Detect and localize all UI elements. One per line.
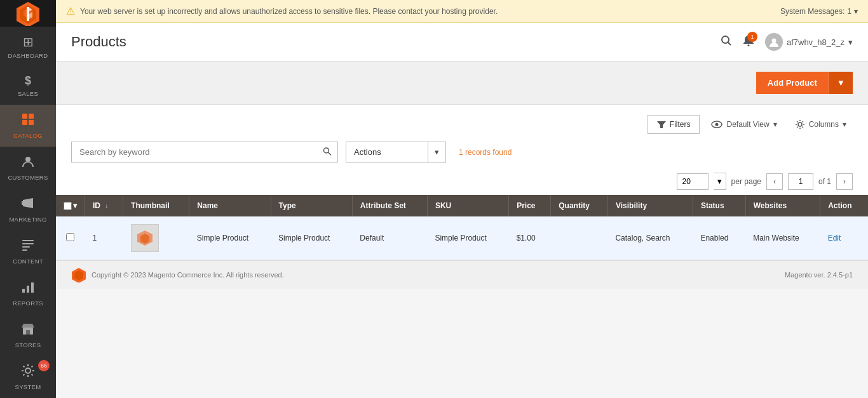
columns-button[interactable]: Columns ▾ xyxy=(789,115,853,134)
product-toolbar: Add Product ▼ xyxy=(56,62,868,105)
footer-version: Magento ver. 2.4.5-p1 xyxy=(785,271,853,279)
th-status-label: Status xyxy=(701,201,724,210)
sidebar-item-reports[interactable]: REPORTS xyxy=(0,272,56,314)
next-page-button[interactable]: › xyxy=(836,173,853,190)
th-quantity[interactable]: Quantity xyxy=(551,195,608,216)
user-menu[interactable]: af7whv_h8_2_z ▾ xyxy=(765,33,853,51)
th-id-label: ID xyxy=(93,201,100,210)
th-checkbox-dropdown[interactable]: ▾ xyxy=(73,201,77,210)
sidebar-item-customers[interactable]: CUSTOMERS xyxy=(0,147,56,189)
of-pages-label: of 1 xyxy=(818,177,831,186)
svg-point-23 xyxy=(722,36,729,43)
row-checkbox[interactable] xyxy=(66,233,74,241)
sidebar-item-system[interactable]: SYSTEM 66 xyxy=(0,356,56,398)
th-price-label: Price xyxy=(517,201,535,210)
actions-dropdown-button[interactable]: ▾ xyxy=(428,142,446,163)
sidebar-item-content[interactable]: CONTENT xyxy=(0,230,56,272)
add-product-dropdown-icon: ▼ xyxy=(837,78,845,88)
stores-icon xyxy=(21,322,35,339)
select-all-checkbox[interactable] xyxy=(64,202,72,210)
sidebar-logo xyxy=(0,0,56,27)
th-attribute-set[interactable]: Attribute Set xyxy=(352,195,427,216)
td-name: Simple Product xyxy=(189,216,271,260)
filters-label: Filters xyxy=(670,120,691,129)
user-menu-chevron: ▾ xyxy=(848,37,853,47)
actions-select[interactable]: Actions xyxy=(346,142,428,163)
records-found: 1 records found xyxy=(459,148,512,157)
svg-rect-6 xyxy=(22,114,27,119)
th-price[interactable]: Price xyxy=(509,195,551,216)
page-title: Products xyxy=(71,34,126,50)
edit-link[interactable]: Edit xyxy=(828,234,841,242)
notification-badge: 1 xyxy=(747,32,757,42)
default-view-button[interactable]: Default View ▾ xyxy=(705,116,783,133)
magento-logo-icon xyxy=(15,1,41,26)
warning-text: Your web server is set up incorrectly an… xyxy=(80,7,498,16)
th-visibility-label: Visibility xyxy=(616,201,647,210)
svg-rect-21 xyxy=(26,330,30,335)
th-type[interactable]: Type xyxy=(271,195,352,216)
th-type-label: Type xyxy=(279,201,296,210)
th-action-label: Action xyxy=(828,201,851,210)
search-submit-icon[interactable] xyxy=(323,147,332,157)
table-header: ▾ ID ↓ Thumbnail Name Type xyxy=(56,195,868,216)
svg-rect-16 xyxy=(22,249,27,251)
add-product-dropdown-button[interactable]: ▼ xyxy=(829,72,853,94)
th-status[interactable]: Status xyxy=(693,195,745,216)
dashboard-icon: ⊞ xyxy=(23,34,34,50)
td-checkbox[interactable] xyxy=(56,216,85,260)
system-messages[interactable]: System Messages: 1 ▾ xyxy=(780,7,858,16)
sales-icon: $ xyxy=(25,74,31,88)
system-messages-label: System Messages: xyxy=(780,7,844,16)
sidebar: ⊞ DASHBOARD $ SALES CATALOG xyxy=(0,0,56,398)
prev-page-button[interactable]: ‹ xyxy=(766,173,783,190)
svg-line-32 xyxy=(329,152,332,156)
th-id[interactable]: ID ↓ xyxy=(85,195,123,216)
td-attribute-set: Default xyxy=(352,216,427,260)
svg-point-26 xyxy=(771,39,776,43)
td-id: 1 xyxy=(85,216,123,260)
sidebar-item-sales[interactable]: $ SALES xyxy=(0,67,56,105)
sidebar-item-dashboard[interactable]: ⊞ DASHBOARD xyxy=(0,27,56,67)
th-websites[interactable]: Websites xyxy=(745,195,820,216)
filter-icon xyxy=(657,121,666,128)
th-thumbnail-label: Thumbnail xyxy=(131,201,170,210)
per-page-input[interactable] xyxy=(677,173,709,190)
content-area: Add Product ▼ Filters xyxy=(56,62,868,398)
header-actions: 1 af7whv_h8_2_z ▾ xyxy=(721,33,853,51)
th-thumbnail: Thumbnail xyxy=(123,195,189,216)
filters-button[interactable]: Filters xyxy=(648,115,700,134)
td-sku: Simple Product xyxy=(427,216,508,260)
th-name[interactable]: Name xyxy=(189,195,271,216)
add-product-button[interactable]: Add Product xyxy=(756,72,829,94)
svg-rect-14 xyxy=(22,243,34,244)
sidebar-item-catalog[interactable]: CATALOG xyxy=(0,105,56,147)
footer: Copyright © 2023 Magento Commerce Inc. A… xyxy=(56,260,868,289)
system-icon xyxy=(21,364,35,381)
table-row: 1 Simple Product Simple Product Default xyxy=(56,216,868,260)
svg-rect-15 xyxy=(22,246,30,248)
product-thumbnail-image xyxy=(131,224,159,252)
sidebar-item-stores[interactable]: STORES xyxy=(0,314,56,356)
td-action[interactable]: Edit xyxy=(820,216,868,260)
customers-icon xyxy=(21,154,35,171)
th-sku[interactable]: SKU xyxy=(427,195,508,216)
current-page-input[interactable] xyxy=(788,173,813,190)
th-quantity-label: Quantity xyxy=(559,201,590,210)
user-avatar xyxy=(765,33,783,51)
per-page-dropdown[interactable]: ▾ xyxy=(714,173,726,190)
columns-label: Columns xyxy=(809,120,839,129)
th-visibility[interactable]: Visibility xyxy=(607,195,693,216)
sidebar-item-marketing[interactable]: MARKETING xyxy=(0,189,56,230)
footer-magento-icon xyxy=(71,267,86,282)
th-name-label: Name xyxy=(197,201,218,210)
search-icon xyxy=(721,35,732,46)
th-select-all[interactable]: ▾ xyxy=(56,195,85,216)
notification-button[interactable]: 1 xyxy=(742,34,755,50)
th-action: Action xyxy=(820,195,868,216)
search-input[interactable] xyxy=(71,142,338,163)
svg-line-24 xyxy=(728,42,731,45)
header-search-button[interactable] xyxy=(721,35,732,50)
add-product-group: Add Product ▼ xyxy=(756,72,853,94)
filter-row: Filters Default View ▾ Columns xyxy=(71,115,853,134)
